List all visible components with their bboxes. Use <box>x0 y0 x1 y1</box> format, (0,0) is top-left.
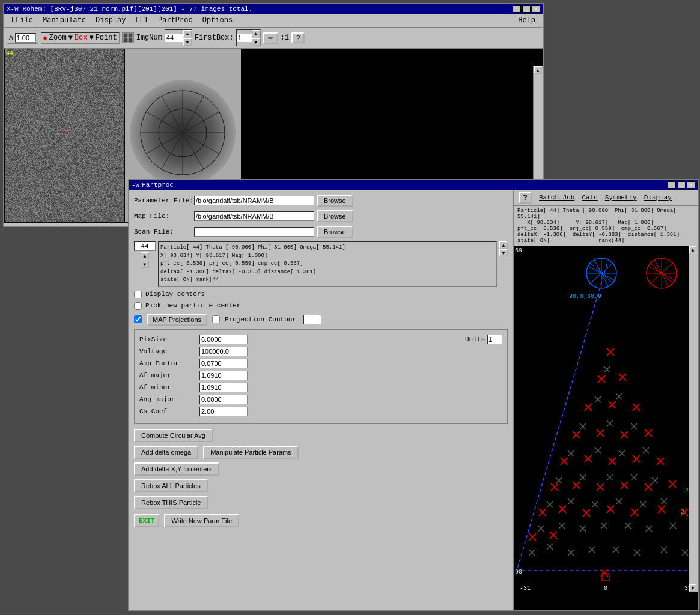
firstbox-down[interactable]: ▼ <box>252 38 260 46</box>
display-label[interactable]: Display <box>644 194 672 201</box>
cs-coef-input[interactable] <box>199 407 248 416</box>
particle-down[interactable]: ▼ <box>141 261 149 268</box>
cs-coef-row: Cs Coef <box>139 407 502 416</box>
minimize-btn[interactable]: _ <box>513 5 521 13</box>
map-projections-row: MAP Projections Projection Contour <box>134 314 508 326</box>
units-label: Units <box>465 336 485 343</box>
svg-text:2: 2 <box>685 488 689 494</box>
df-minor-label: Δf minor <box>139 384 199 391</box>
browse-btn-3[interactable]: Browse <box>317 226 353 238</box>
parameter-file-input[interactable] <box>194 196 314 205</box>
imgnum-up[interactable]: ▲ <box>183 30 192 37</box>
df-major-input[interactable] <box>199 371 248 380</box>
menu-manipulate[interactable]: Manipulate <box>38 15 91 26</box>
projection-value-box <box>303 315 321 324</box>
rebox-all-btn[interactable]: Rebox ALL Particles <box>134 479 208 492</box>
firstbox-up[interactable]: ▲ <box>252 30 260 37</box>
particle-nav: 44 ▲ ▼ <box>134 241 156 268</box>
parameter-file-row: Parameter File: Browse <box>134 195 508 207</box>
menu-display[interactable]: Display <box>91 15 130 26</box>
help-btn[interactable]: ? <box>519 192 532 204</box>
question-btn[interactable]: ? <box>291 32 305 43</box>
scroll-up[interactable]: ▲ <box>499 241 508 249</box>
menu-partproc[interactable]: PartProc <box>153 15 198 26</box>
units-group: Units <box>465 335 502 344</box>
menu-options[interactable]: Options <box>198 15 237 26</box>
projection-contour-checkbox[interactable] <box>212 315 220 323</box>
df-minor-input[interactable] <box>199 383 248 392</box>
firstbox-arrows: ▲ ▼ <box>252 30 260 46</box>
manipulate-particle-btn[interactable]: Manipulate Particle Params <box>203 446 299 459</box>
df-major-label: Δf major <box>139 372 199 379</box>
imgnum-input[interactable] <box>165 34 183 42</box>
menu-help[interactable]: Help <box>513 15 540 26</box>
zoom-input[interactable] <box>15 33 36 43</box>
menu-fft[interactable]: FFT <box>130 15 153 26</box>
map-projections-btn[interactable]: MAP Projections <box>147 314 207 326</box>
particle-line5: state[ ON] rank[44] <box>160 276 495 285</box>
amp-factor-label: Amp Factor <box>139 360 199 367</box>
viz-scrollbar[interactable]: ▲ ▼ <box>689 246 698 592</box>
particle-line3: pft_cc[ 0.536] prj_cc[ 0.559] cmp_cc[ 0.… <box>160 260 495 268</box>
svg-rect-1 <box>129 34 132 37</box>
compute-row: Compute Circular Avg <box>134 429 508 442</box>
partproc-maximize[interactable]: □ <box>677 181 686 189</box>
map-file-row: Map File: Browse <box>134 210 508 222</box>
partproc-title-text: Partproc <box>142 181 174 189</box>
add-delta-omega-btn[interactable]: Add delta omega <box>134 446 198 459</box>
grid-icon[interactable] <box>122 32 134 43</box>
batch-job-label[interactable]: Batch Job <box>539 194 574 201</box>
pick-new-particle-label: Pick new particle center <box>145 302 240 309</box>
browse-btn-1[interactable]: Browse <box>317 195 353 207</box>
pick-new-particle-checkbox[interactable] <box>134 302 142 310</box>
viz-scroll-down[interactable]: ▼ <box>689 584 696 592</box>
map-projections-checkbox[interactable] <box>134 315 142 323</box>
pixsize-label: PixSize <box>139 336 199 343</box>
maximize-btn[interactable]: □ <box>522 5 531 13</box>
units-input[interactable] <box>487 335 502 344</box>
browse-btn-2[interactable]: Browse <box>317 210 353 222</box>
particle-num-display: 44 <box>134 241 156 251</box>
firstbox-input[interactable] <box>237 34 252 42</box>
params-section: PixSize Units Voltage Amp Factor Δf <box>134 329 508 424</box>
close-btn[interactable]: × <box>532 5 540 13</box>
main-viz-svg: 2 2 <box>514 246 698 592</box>
scan-file-label: Scan File: <box>134 228 194 235</box>
pixsize-input[interactable] <box>199 335 248 344</box>
voltage-input[interactable] <box>199 347 248 356</box>
compute-circular-avg-btn[interactable]: Compute Circular Avg <box>134 429 213 442</box>
particle-data-line3: pft_cc[ 0.536] prj_cc[ 0.559] cmp_cc[ 0.… <box>517 226 694 232</box>
amp-factor-input[interactable] <box>199 359 248 368</box>
map-file-input[interactable] <box>194 211 314 221</box>
menu-file[interactable]: FFile <box>7 15 38 26</box>
particle-info-area: Particle[ 44] Theta [ 90.000] Phi[ 31.00… <box>158 241 497 287</box>
scan-file-input[interactable] <box>194 227 314 237</box>
zoom-label: Zoom <box>49 34 67 42</box>
pick-new-particle-row: Pick new particle center <box>134 302 508 310</box>
scroll-down[interactable]: ▼ <box>499 249 508 256</box>
imgnum-down[interactable]: ▼ <box>183 38 192 46</box>
partproc-close[interactable]: × <box>687 181 695 189</box>
write-new-parm-btn[interactable]: Write New Parm File <box>164 514 239 527</box>
rebox-this-btn[interactable]: Rebox THIS Particle <box>134 496 208 509</box>
partproc-left-panel: Parameter File: Browse Map File: Browse … <box>129 190 514 610</box>
add-delta-xy-btn[interactable]: Add delta X,Y to centers <box>134 462 219 476</box>
scrollbar-up[interactable]: ▲ <box>534 66 542 74</box>
right-scroll: ▲ ▼ <box>499 241 508 256</box>
image-panel-1: 44 <box>4 49 124 223</box>
ang-major-input[interactable] <box>199 395 248 404</box>
semicolon-label: ;1 <box>281 34 289 42</box>
calc-label[interactable]: Calc <box>582 194 597 201</box>
symmetry-label[interactable]: Symmetry <box>605 194 637 201</box>
display-centers-checkbox[interactable] <box>134 291 142 298</box>
viz-menu-bar: ? Batch Job Calc Symmetry Display <box>514 190 698 206</box>
main-title: X-W Rohem: [BRV-j307_21_norm.pif][201][2… <box>7 5 252 13</box>
pencil-btn[interactable]: ✏ <box>263 32 278 44</box>
partproc-minimize[interactable]: _ <box>668 181 676 189</box>
svg-rect-3 <box>129 38 132 42</box>
exit-btn[interactable]: EXIT <box>134 514 159 527</box>
dropdown-icon2: ▼ <box>89 34 93 42</box>
particle-up[interactable]: ▲ <box>141 252 149 259</box>
viz-panel: ? Batch Job Calc Symmetry Display Partic… <box>514 190 698 610</box>
viz-scroll-up[interactable]: ▲ <box>689 246 696 253</box>
